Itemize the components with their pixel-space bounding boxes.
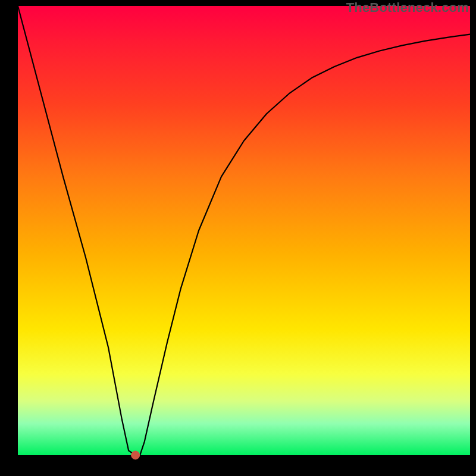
- bottleneck-curve: [18, 6, 470, 455]
- watermark-text: TheBottleneck.com: [346, 0, 469, 15]
- minimum-marker: [131, 451, 140, 459]
- plot-area: [18, 6, 470, 455]
- curve-path: [18, 6, 470, 455]
- chart-frame: TheBottleneck.com: [0, 0, 476, 476]
